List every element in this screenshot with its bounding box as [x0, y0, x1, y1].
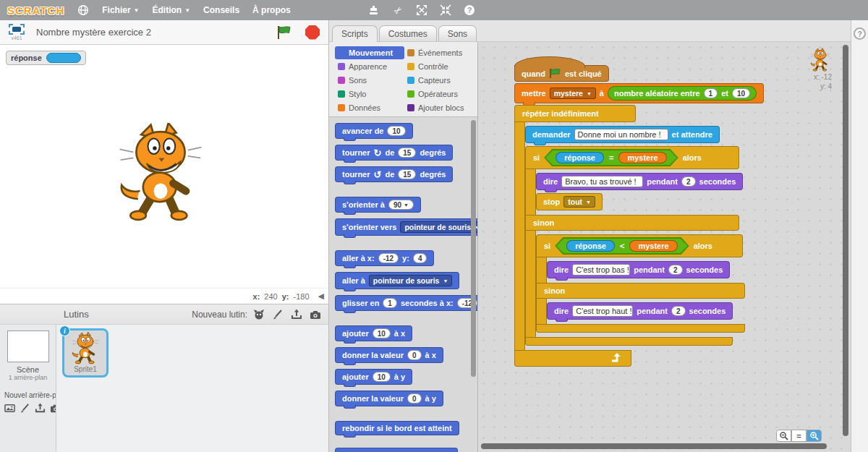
block-bounce-on-edge[interactable]: rebondir si le bord est atteint: [335, 421, 459, 435]
block-number-input[interactable]: 10: [387, 126, 405, 136]
scripts-canvas[interactable]: x: -12 y: 4 quandest cliqué mettremyster…: [477, 42, 851, 452]
block-point-towards[interactable]: s'orienter verspointeur de souris▼: [335, 218, 477, 236]
shrink-sprite-icon[interactable]: [439, 4, 452, 17]
block-turn-cw[interactable]: tourner↻de15degrés: [335, 145, 453, 161]
menu-conseils[interactable]: Conseils: [203, 5, 239, 15]
block-text-input[interactable]: Bravo, tu as trouvé !: [561, 176, 643, 187]
block-when-flag-clicked[interactable]: quandest cliqué: [514, 65, 609, 82]
partially-visible-block[interactable]: [335, 448, 458, 452]
sprite-thumbnail-sprite1[interactable]: i Sprite1: [62, 328, 109, 378]
language-globe-icon[interactable]: [77, 4, 89, 16]
category-apparence[interactable]: Apparence: [335, 60, 404, 73]
block-number-input[interactable]: 2: [681, 176, 696, 187]
block-number-input[interactable]: -12: [378, 253, 399, 263]
block-glide[interactable]: glisser en1secondes à x:-12y:: [335, 295, 477, 311]
block-number-input[interactable]: 10: [373, 328, 391, 338]
block-number-input[interactable]: 15: [398, 148, 416, 158]
if-equal-footer[interactable]: [525, 337, 733, 346]
else-bar-inner[interactable]: sinon: [536, 283, 745, 299]
zoom-out-button[interactable]: [776, 430, 791, 442]
block-text-input[interactable]: C'est trop bas !: [572, 264, 630, 276]
category-capteurs[interactable]: Capteurs: [404, 74, 474, 87]
block-repeat-forever[interactable]: répéter indéfiniment demanderDonne moi u…: [514, 105, 745, 367]
block-go-to-xy[interactable]: aller à x:-12y:4: [335, 250, 434, 266]
category-contrôle[interactable]: Contrôle: [404, 60, 474, 73]
backdrop-from-library-icon[interactable]: [4, 402, 15, 414]
zoom-reset-button[interactable]: =: [791, 430, 807, 442]
block-number-input[interactable]: 10: [373, 372, 391, 382]
category-ajouter-blocs[interactable]: Ajouter blocs: [404, 101, 474, 114]
delete-scissors-icon[interactable]: ✂: [388, 1, 407, 19]
block-say-too-high[interactable]: direC'est trop haut !pendant2secondes: [547, 302, 733, 320]
upload-sprite-icon[interactable]: [291, 309, 302, 320]
if-less-footer[interactable]: [536, 324, 745, 333]
repeat-forever-footer[interactable]: [514, 350, 631, 367]
block-number-input[interactable]: 4: [413, 253, 427, 263]
repeat-forever-header[interactable]: répéter indéfiniment: [514, 105, 636, 122]
help-icon[interactable]: ?: [463, 4, 476, 17]
collapse-handle-icon[interactable]: ◀: [318, 291, 324, 301]
variable-reporter-mystere[interactable]: mystere: [629, 240, 677, 252]
tab-scripts[interactable]: Scripts: [332, 25, 378, 42]
block-ask-and-wait[interactable]: demanderDonne moi un nombre !et attendre: [525, 126, 720, 143]
block-stop-all[interactable]: stoptout▼: [536, 193, 603, 210]
help-panel-icon[interactable]: ?: [854, 27, 866, 40]
block-number-input[interactable]: 0: [407, 350, 422, 360]
fullscreen-button[interactable]: v461: [9, 24, 25, 40]
variable-watcher-reponse[interactable]: réponse: [6, 51, 86, 65]
block-dropdown[interactable]: mystere▼: [550, 88, 596, 99]
scratch-logo[interactable]: SCRATCH: [7, 4, 64, 17]
palette-scrollbar[interactable]: [471, 120, 476, 377]
category-stylo[interactable]: Stylo: [335, 88, 404, 101]
zoom-in-button[interactable]: [807, 430, 822, 442]
upload-backdrop-icon[interactable]: [35, 402, 46, 414]
block-set-x[interactable]: donner la valeur0à x: [335, 347, 443, 363]
sprite-on-stage[interactable]: [103, 123, 218, 224]
sprite-from-library-icon[interactable]: [253, 309, 265, 320]
duplicate-stamp-icon[interactable]: [367, 4, 380, 17]
block-number-input[interactable]: 1: [704, 88, 718, 98]
tab-sons[interactable]: Sons: [438, 25, 477, 41]
block-turn-ccw[interactable]: tourner↺de15degrés: [335, 166, 453, 182]
block-number-dropdown[interactable]: 90▼: [388, 200, 414, 210]
block-say-bravo[interactable]: direBravo, tu as trouvé !pendant2seconde…: [536, 173, 743, 190]
block-if-else-less[interactable]: siréponse<mysterealors direC'est trop ba…: [536, 234, 745, 333]
menu-edition[interactable]: Édition▼: [153, 5, 191, 15]
grow-sprite-icon[interactable]: [415, 4, 428, 17]
variable-reporter-réponse[interactable]: réponse: [556, 152, 604, 163]
block-move-steps[interactable]: avancer de10: [335, 123, 413, 139]
block-dropdown[interactable]: pointeur de souris▼: [400, 221, 477, 233]
canvas-vertical-scrollbar[interactable]: [843, 45, 848, 436]
menu-fichier[interactable]: Fichier▼: [102, 5, 139, 15]
block-dropdown[interactable]: tout▼: [563, 196, 595, 208]
stage[interactable]: réponse: [0, 45, 328, 288]
paint-new-sprite-icon[interactable]: [272, 309, 284, 320]
variable-reporter-mystere[interactable]: mystere: [618, 152, 666, 163]
green-flag-button[interactable]: [276, 25, 292, 40]
category-événements[interactable]: Événements: [404, 46, 474, 59]
canvas-horizontal-scrollbar[interactable]: [481, 443, 827, 449]
stage-thumbnail[interactable]: [7, 331, 49, 362]
boolean-operator[interactable]: réponse=mystere: [544, 149, 678, 166]
camera-sprite-icon[interactable]: [310, 309, 321, 320]
block-text-input[interactable]: Donne moi un nombre !: [574, 129, 668, 140]
block-say-too-low[interactable]: direC'est trop bas !pendant2secondes: [547, 261, 730, 278]
camera-backdrop-icon[interactable]: [50, 402, 56, 414]
block-number-input[interactable]: 10: [732, 88, 750, 98]
block-change-y[interactable]: ajouter10à y: [335, 369, 412, 385]
block-number-input[interactable]: 2: [671, 306, 686, 316]
paint-new-backdrop-icon[interactable]: [20, 402, 30, 414]
block-dropdown[interactable]: pointeur de souris▼: [369, 275, 453, 286]
category-sons[interactable]: Sons: [335, 74, 404, 87]
block-point-in-direction[interactable]: s'orienter à90▼: [335, 197, 421, 213]
block-change-x[interactable]: ajouter10à x: [335, 325, 412, 341]
block-set-variable[interactable]: mettremystere▼ànombre aléatoire entre1et…: [514, 83, 764, 103]
category-données[interactable]: Données: [335, 101, 404, 114]
sprite-info-icon[interactable]: i: [59, 325, 70, 336]
category-opérateurs[interactable]: Opérateurs: [404, 88, 474, 101]
operator-reporter[interactable]: nombre aléatoire entre1et10: [608, 86, 757, 101]
block-number-input[interactable]: 0: [407, 393, 422, 404]
boolean-operator[interactable]: réponse<mystere: [555, 237, 689, 255]
variable-reporter-réponse[interactable]: réponse: [566, 240, 615, 252]
block-text-input[interactable]: C'est trop haut !: [572, 305, 633, 317]
